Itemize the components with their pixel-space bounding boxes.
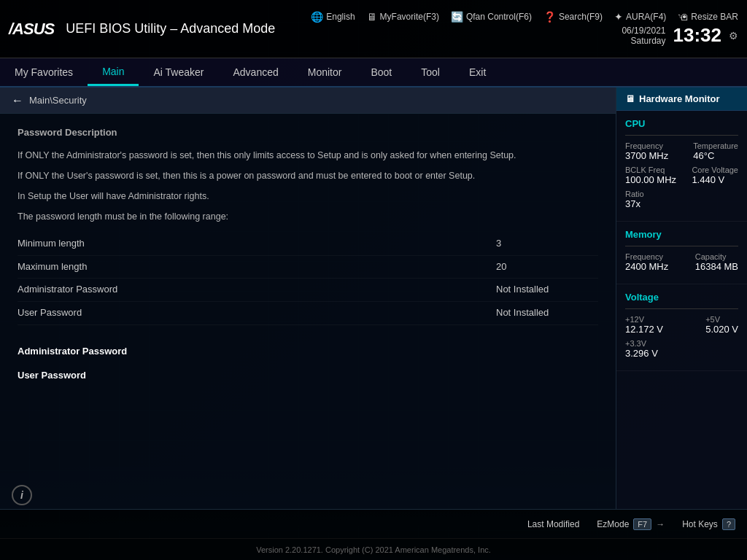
nav-tool[interactable]: Tool [406,58,454,86]
resizebar-icon: 🖲 [678,11,688,23]
hw-cpu-temp-value: 46°C [693,150,738,161]
hw-memory-metrics: Frequency 2400 MHz Capacity 16384 MB [625,252,738,272]
nav-ai-tweaker[interactable]: Ai Tweaker [139,58,218,86]
setting-user-password-label: User Password [18,306,496,321]
setting-max-length-value: 20 [496,260,598,275]
settings-gear-icon[interactable]: ⚙ [729,30,738,42]
tool-aura[interactable]: ✦ AURA(F4) [614,11,666,23]
hw-cpu-freq: Frequency 3700 MHz Temperature 46°C [625,141,738,161]
myfavorite-icon: 🖥 [367,11,377,23]
asus-logo: /ASUS [9,20,54,39]
tool-resizebar[interactable]: 🖲 Resize BAR [678,11,738,23]
navbar: My Favorites Main Ai Tweaker Advanced Mo… [0,58,747,88]
ez-mode-item[interactable]: EzMode F7 → [597,518,665,530]
search-icon: ❓ [543,11,556,23]
tool-resizebar-label: Resize BAR [691,12,738,22]
desc-4: The password length must be in the follo… [18,209,598,224]
hw-memory-freq-label: Frequency [625,252,668,261]
bottom-bar: Last Modified EzMode F7 → Hot Keys ? [0,509,747,538]
breadcrumb: ← Main\Security [0,88,616,114]
right-panel: 🖥 Hardware Monitor CPU Frequency 3700 MH… [616,88,747,509]
footer: Version 2.20.1271. Copyright (C) 2021 Am… [0,538,747,560]
hw-cpu-voltage-value: 1.440 V [692,174,738,185]
hw-cpu-voltage-label: Core Voltage [692,166,738,174]
ez-mode-key: F7 [633,518,651,530]
setting-max-length-label: Maximum length [18,260,496,275]
left-panel: ← Main\Security Password Description If … [0,88,616,509]
aura-icon: ✦ [614,11,623,23]
tool-language-label: English [326,12,355,22]
back-button[interactable]: ← [12,94,23,107]
actions-section: Administrator Password User Password [18,340,598,388]
nav-advanced[interactable]: Advanced [218,58,293,86]
hw-voltage-12v-label: +12V [625,315,663,324]
hw-voltage-33v-block: +3.3V 3.296 V [625,339,738,359]
hw-monitor-icon: 🖥 [625,93,635,104]
setting-user-password: User Password Not Installed [18,302,598,325]
tool-qfan[interactable]: 🔄 Qfan Control(F6) [451,11,532,23]
hw-cpu-freq-block: Frequency 3700 MHz [625,141,668,161]
hw-cpu-temp-block: Temperature 46°C [693,141,738,161]
nav-boot[interactable]: Boot [356,58,406,86]
hw-monitor-header: 🖥 Hardware Monitor [616,88,747,111]
hw-voltage-title: Voltage [625,292,738,303]
admin-password-button[interactable]: Administrator Password [18,340,598,364]
setting-min-length-value: 3 [496,236,598,252]
main-content: ← Main\Security Password Description If … [0,88,747,509]
info-icon-wrapper: i [12,485,32,505]
info-icon[interactable]: i [12,485,32,505]
hw-memory-capacity-label: Capacity [695,252,738,261]
hw-memory-freq-value: 2400 MHz [625,261,668,272]
desc-1: If ONLY the Administrator's password is … [18,148,598,163]
nav-my-favorites[interactable]: My Favorites [0,58,88,86]
last-modified-item[interactable]: Last Modified [527,519,579,529]
asus-logo-text: /ASUS [9,20,54,39]
hw-memory-capacity-value: 16384 MB [695,261,738,272]
hw-cpu-bclk-block: BCLK Freq 100.00 MHz [625,166,676,185]
hw-cpu-bclk-value: 100.00 MHz [625,174,676,185]
hw-memory-capacity-block: Capacity 16384 MB [695,252,738,272]
user-password-button[interactable]: User Password [18,364,598,388]
content-area: Password Description If ONLY the Adminis… [0,114,616,509]
setting-min-length-label: Minimum length [18,236,496,252]
nav-main[interactable]: Main [88,58,139,86]
tool-qfan-label: Qfan Control(F6) [466,12,532,22]
breadcrumb-path: Main\Security [29,95,87,106]
hw-voltage-12v-block: +12V 12.172 V [625,315,663,335]
last-modified-label: Last Modified [527,519,579,529]
bios-title: UEFI BIOS Utility – Advanced Mode [66,21,275,36]
hw-voltage-33v-label: +3.3V [625,339,738,348]
section-title: Password Description [18,125,598,141]
setting-min-length: Minimum length 3 [18,233,598,256]
hw-memory-title: Memory [625,229,738,240]
hw-memory-divider [625,246,738,246]
hw-voltage-5v-label: +5V [705,315,738,324]
tool-myfavorite[interactable]: 🖥 MyFavorite(F3) [367,11,439,23]
date-text: 06/19/2021Saturday [622,26,665,46]
tool-language[interactable]: 🌐 English [311,11,355,23]
setting-max-length: Maximum length 20 [18,256,598,279]
hw-cpu-ratio-block: Ratio 37x [625,190,738,209]
time-text: 13:32 [673,24,722,47]
hw-cpu-bclk-label: BCLK Freq [625,166,676,174]
hw-cpu-voltage-block: Core Voltage 1.440 V [692,166,738,185]
nav-exit[interactable]: Exit [454,58,500,86]
header: /ASUS UEFI BIOS Utility – Advanced Mode … [0,0,747,58]
tool-search[interactable]: ❓ Search(F9) [543,11,603,23]
hw-cpu-divider [625,135,738,136]
hw-cpu-title: CPU [625,118,738,129]
hw-cpu-ratio-value: 37x [625,198,738,209]
hw-monitor-title: Hardware Monitor [639,93,720,104]
hw-memory-freq-block: Frequency 2400 MHz [625,252,668,272]
hw-cpu-ratio-label: Ratio [625,190,738,198]
hot-keys-item[interactable]: Hot Keys ? [682,518,735,530]
hot-keys-label: Hot Keys [682,519,718,529]
qfan-icon: 🔄 [451,11,463,23]
tool-myfavorite-label: MyFavorite(F3) [380,12,439,22]
language-icon: 🌐 [311,11,323,23]
setting-admin-password-value: Not Installed [496,282,598,298]
hw-cpu-freq-value: 3700 MHz [625,150,668,161]
tool-aura-label: AURA(F4) [626,12,666,22]
nav-monitor[interactable]: Monitor [293,58,357,86]
setting-admin-password-label: Administrator Password [18,282,496,298]
